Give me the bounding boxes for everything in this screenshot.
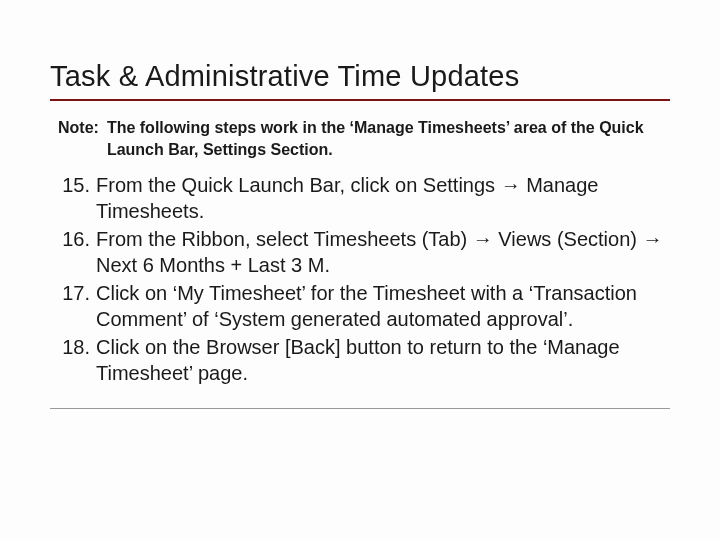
list-item: 18. Click on the Browser [Back] button t… (50, 334, 670, 386)
list-item: 16. From the Ribbon, select Timesheets (… (50, 226, 670, 278)
list-item: 15. From the Quick Launch Bar, click on … (50, 172, 670, 224)
title-divider (50, 99, 670, 101)
step-text: From the Ribbon, select Timesheets (Tab)… (96, 226, 670, 278)
step-number: 17. (50, 280, 96, 332)
note-block: Note: The following steps work in the ‘M… (58, 117, 670, 160)
slide: Task & Administrative Time Updates Note:… (0, 0, 720, 449)
step-text: From the Quick Launch Bar, click on Sett… (96, 172, 670, 224)
step-number: 15. (50, 172, 96, 224)
step-text: Click on the Browser [Back] button to re… (96, 334, 670, 386)
step-number: 18. (50, 334, 96, 386)
step-text: Click on ‘My Timesheet’ for the Timeshee… (96, 280, 670, 332)
note-label: Note: (58, 117, 107, 160)
bottom-divider (50, 408, 670, 409)
step-list: 15. From the Quick Launch Bar, click on … (50, 172, 670, 386)
slide-title: Task & Administrative Time Updates (50, 60, 670, 93)
note-text: The following steps work in the ‘Manage … (107, 117, 670, 160)
list-item: 17. Click on ‘My Timesheet’ for the Time… (50, 280, 670, 332)
step-number: 16. (50, 226, 96, 278)
